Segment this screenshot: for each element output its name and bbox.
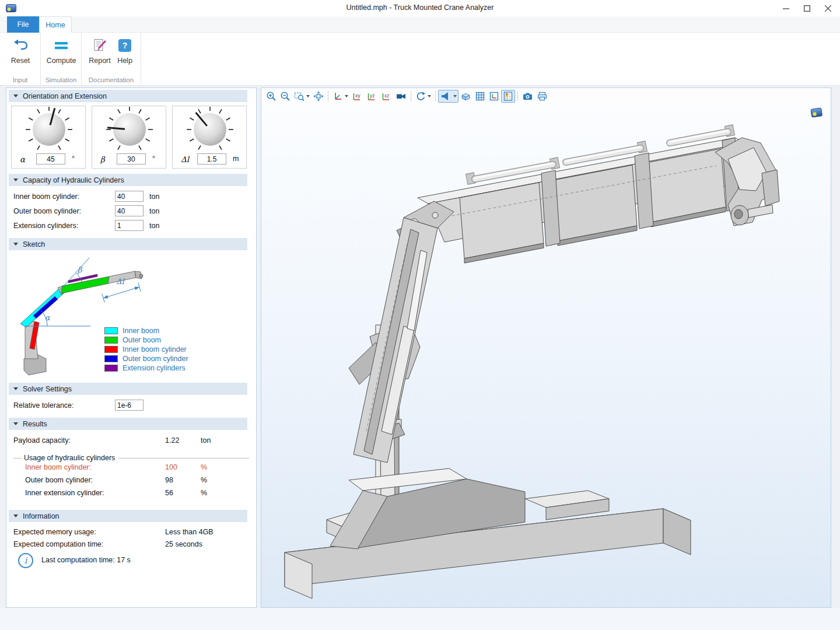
legend-swatch (104, 327, 118, 334)
go-to-default-view-icon[interactable] (331, 90, 350, 103)
svg-text:yz: yz (370, 93, 375, 99)
computation-time-value: 25 seconds (165, 540, 202, 548)
usage-extension-unit: % (201, 489, 207, 497)
graphics-toolbar: xy yz xz (261, 88, 831, 104)
legend-swatch (104, 346, 118, 353)
collapse-icon (13, 514, 18, 517)
extension-capacity-label: Extension cylinders: (13, 222, 78, 230)
view-xy-icon[interactable]: xy (350, 90, 365, 103)
alpha-dial[interactable] (12, 106, 85, 153)
compute-button[interactable]: Compute (44, 36, 78, 70)
extension-input[interactable] (197, 153, 226, 164)
group-label-simulation: Simulation (41, 76, 81, 83)
beta-input[interactable] (117, 153, 146, 164)
legend-swatch (104, 365, 118, 372)
minimize-icon (783, 5, 789, 12)
minimize-button[interactable] (776, 0, 796, 16)
beta-symbol: β (100, 155, 105, 164)
zoom-in-icon[interactable] (264, 90, 278, 103)
section-header-information[interactable]: Information (9, 510, 247, 522)
section-header-capacity[interactable]: Capacity of Hydraulic Cylinders (9, 174, 247, 186)
section-header-results[interactable]: Results (9, 418, 247, 430)
zoom-box-icon[interactable] (292, 90, 312, 103)
window-title: Untitled.mph - Truck Mounted Crane Analy… (0, 4, 840, 12)
comsol-logo-button[interactable] (810, 107, 824, 121)
unit-label: ton (149, 192, 159, 201)
tab-file[interactable]: File (7, 16, 39, 33)
payload-capacity-unit: ton (201, 436, 211, 444)
dropdown-caret-icon (345, 95, 348, 97)
outer-boom-capacity-input[interactable] (115, 205, 144, 216)
reset-icon (12, 36, 29, 55)
computation-time-label: Expected computation time: (13, 540, 103, 548)
legend-item: Inner boom (104, 326, 188, 335)
outer-boom-capacity-label: Outer boom cylinder: (13, 207, 81, 215)
rotate-icon[interactable] (414, 90, 433, 103)
transparency-icon[interactable] (459, 90, 473, 103)
maximize-button[interactable] (797, 0, 817, 16)
svg-text:xy: xy (355, 93, 360, 99)
close-button[interactable] (818, 0, 838, 16)
crane-model (261, 104, 831, 607)
collapse-icon (13, 422, 18, 425)
alpha-input[interactable] (36, 153, 65, 164)
graphics-canvas[interactable] (261, 104, 831, 607)
legend-item: Inner boom cylinder (104, 345, 188, 354)
memory-usage-value: Less than 4GB (165, 528, 214, 536)
collapse-icon (13, 94, 18, 97)
toolbar-separator (328, 91, 328, 102)
usage-outer-boom-label: Outer boom cylinder: (25, 476, 93, 484)
extension-capacity-input[interactable] (115, 220, 144, 231)
alpha-unit: ° (72, 155, 75, 163)
relative-tolerance-input[interactable] (115, 400, 144, 411)
section-header-solver[interactable]: Solver Settings (9, 383, 247, 395)
extension-dial-box: Δl m (172, 106, 247, 169)
beta-dial[interactable] (92, 106, 166, 153)
group-label-input: Input (0, 76, 40, 83)
extension-symbol: Δl (181, 155, 189, 164)
dropdown-caret-icon (428, 95, 431, 97)
section-header-orientation[interactable]: Orientation and Extension (9, 90, 247, 102)
tab-home[interactable]: Home (39, 16, 72, 33)
help-button[interactable]: ? Help (112, 36, 138, 70)
settings-panel: Orientation and Extension α ° (6, 88, 257, 608)
scene-light-icon[interactable] (438, 90, 459, 103)
inner-boom-capacity-input[interactable] (115, 191, 144, 202)
show-axis-icon[interactable] (487, 90, 501, 103)
image-snapshot-icon[interactable] (520, 90, 535, 103)
scene-camera-icon[interactable] (394, 90, 408, 103)
usage-extension-value: 56 (165, 489, 173, 497)
usage-extension-label: Inner extension cylinder: (25, 489, 104, 497)
maximize-icon (804, 5, 810, 12)
section-header-sketch[interactable]: Sketch (9, 238, 247, 250)
info-icon: i (18, 553, 33, 568)
view-xz-icon[interactable]: xz (379, 90, 394, 103)
status-bar (0, 608, 840, 630)
toolbar-separator (435, 91, 436, 102)
zoom-out-icon[interactable] (278, 90, 292, 103)
title-bar: Untitled.mph - Truck Mounted Crane Analy… (0, 0, 840, 16)
group-label-documentation: Documentation (82, 76, 141, 83)
help-icon: ? (118, 36, 131, 55)
compute-icon (53, 36, 69, 55)
view-yz-icon[interactable]: yz (365, 90, 379, 103)
usage-inner-boom-unit: % (201, 463, 207, 471)
grid-icon[interactable] (473, 90, 487, 103)
reset-button[interactable]: Reset (4, 36, 37, 70)
alpha-dial-box: α ° (11, 106, 86, 169)
beta-dial-box: β ° (92, 106, 166, 169)
zoom-extents-icon[interactable] (312, 90, 326, 103)
print-icon[interactable] (535, 90, 550, 103)
ribbon: Reset Input Compute Simulation (0, 33, 840, 86)
legend-item: Outer boom (104, 335, 188, 345)
last-computation-time: Last computation time: 17 s (41, 556, 131, 564)
report-icon (92, 36, 108, 55)
ribbon-group-simulation: Compute Simulation (41, 33, 82, 86)
usage-outer-boom-unit: % (201, 476, 207, 484)
dropdown-caret-icon (453, 95, 457, 97)
relative-tolerance-label: Relative tolerance: (13, 401, 74, 410)
beta-unit: ° (152, 155, 155, 163)
color-legend-icon[interactable] (501, 90, 515, 103)
toolbar-separator (517, 91, 518, 102)
extension-dial[interactable] (173, 106, 246, 153)
